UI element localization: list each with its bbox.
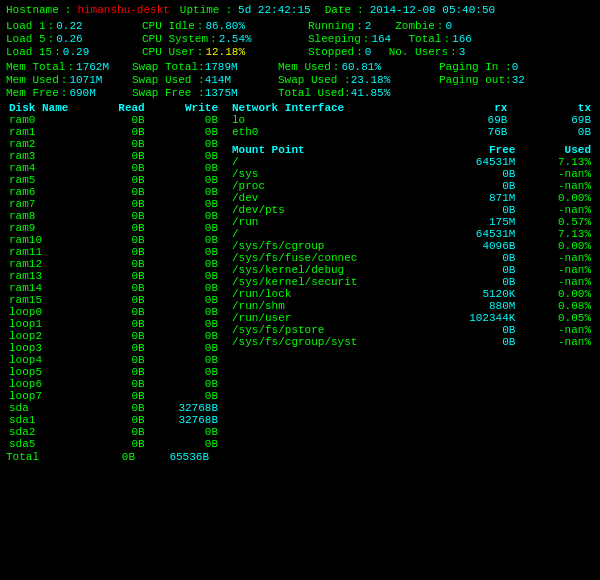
mount-point: /run/shm xyxy=(229,300,428,312)
swap-used-pct-val: 23.18% xyxy=(351,74,391,86)
disk-table-row: loop3 0B 0B xyxy=(6,342,221,354)
hostname-label: Hostname xyxy=(6,4,59,16)
disk-table-row: loop5 0B 0B xyxy=(6,366,221,378)
disk-table-row: ram2 0B 0B xyxy=(6,138,221,150)
disk-write-header: Write xyxy=(148,102,221,114)
disk-name: loop4 xyxy=(6,354,74,366)
hostname-value: himanshu-deskt xyxy=(77,4,169,16)
stopped-val: 0 xyxy=(365,46,372,58)
disk-table-row: ram12 0B 0B xyxy=(6,258,221,270)
swap-col: Swap Total: 1789M Swap Used : 414M Swap … xyxy=(132,61,272,100)
mount-used: 0.00% xyxy=(518,288,594,300)
mount-free: 5120K xyxy=(428,288,519,300)
disk-table-row: ram13 0B 0B xyxy=(6,270,221,282)
stopped-row: Stopped : 0 No. Users : 3 xyxy=(308,46,472,58)
disk-write: 0B xyxy=(148,138,221,150)
mount-free: 0B xyxy=(428,252,519,264)
load-col: Load 1 : 0.22 Load 5 : 0.26 Load 15 : 0.… xyxy=(6,20,136,59)
disk-name: sda5 xyxy=(6,438,74,450)
disk-table-row: loop7 0B 0B xyxy=(6,390,221,402)
mount-point-header: Mount Point xyxy=(229,144,428,156)
disk-table-row: ram9 0B 0B xyxy=(6,222,221,234)
disk-write: 0B xyxy=(148,438,221,450)
mem-left: Mem Total : 1762M Mem Used : 1071M Mem F… xyxy=(6,61,126,100)
sleeping-row: Sleeping : 164 Total : 166 xyxy=(308,33,472,45)
load-section: Load 1 : 0.22 Load 5 : 0.26 Load 15 : 0.… xyxy=(6,20,594,59)
cpu-system-val: 2.54% xyxy=(219,33,252,45)
cpu-user-row: CPU User : 12.18% xyxy=(142,46,302,58)
total-used-row: Total Used: 41.85% xyxy=(278,87,433,99)
disk-read: 0B xyxy=(74,114,147,126)
disk-read: 0B xyxy=(74,330,147,342)
load15-row: Load 15 : 0.29 xyxy=(6,46,136,58)
disk-read-header: Read xyxy=(74,102,147,114)
header-bar: Hostname : himanshu-deskt Uptime : 5d 22… xyxy=(6,4,594,16)
net-name: eth0 xyxy=(229,126,427,138)
mem-used-row: Mem Used : 1071M xyxy=(6,74,126,86)
disk-write: 0B xyxy=(148,114,221,126)
swap-used-pct-row: Swap Used : 23.18% xyxy=(278,74,433,86)
disk-write: 0B xyxy=(148,426,221,438)
right-section: Network Interface rx tx lo 69B 69B eth0 … xyxy=(229,102,594,463)
disk-table-row: loop0 0B 0B xyxy=(6,306,221,318)
mount-table-row: /sys/fs/cgroup/syst 0B -nan% xyxy=(229,336,594,348)
mount-table-row: /sys/kernel/debug 0B -nan% xyxy=(229,264,594,276)
total-val: 166 xyxy=(452,33,472,45)
disk-read: 0B xyxy=(74,354,147,366)
disk-write: 0B xyxy=(148,318,221,330)
disk-name-header: Disk Name xyxy=(6,102,74,114)
net-rx: 69B xyxy=(427,114,511,126)
no-users-val: 3 xyxy=(459,46,466,58)
paging-out-row: Paging out: 32 xyxy=(439,74,539,86)
disk-read: 0B xyxy=(74,270,147,282)
disk-name: ram13 xyxy=(6,270,74,282)
load5-val: 0.26 xyxy=(56,33,82,45)
mount-used-header: Used xyxy=(518,144,594,156)
mount-table-row: /run/user 102344K 0.05% xyxy=(229,312,594,324)
disk-name: loop7 xyxy=(6,390,74,402)
disk-read: 0B xyxy=(74,306,147,318)
disk-read: 0B xyxy=(74,162,147,174)
mount-point: /sys/fs/pstore xyxy=(229,324,428,336)
disk-read: 0B xyxy=(74,150,147,162)
paging-in-val: 0 xyxy=(512,61,519,73)
cpu-system-label: CPU System xyxy=(142,33,208,45)
mem-used-pct-label: Mem Used xyxy=(278,61,331,73)
mount-used: 0.00% xyxy=(518,240,594,252)
mount-table-row: /dev 871M 0.00% xyxy=(229,192,594,204)
disk-name: ram14 xyxy=(6,282,74,294)
disk-name: loop1 xyxy=(6,318,74,330)
mem-used-pct-row: Mem Used : 60.81% xyxy=(278,61,433,73)
disk-name: ram3 xyxy=(6,150,74,162)
disk-table-row: sda 0B 32768B xyxy=(6,402,221,414)
disk-table-row: ram4 0B 0B xyxy=(6,162,221,174)
disk-read: 0B xyxy=(74,246,147,258)
mount-used: 0.05% xyxy=(518,312,594,324)
cpu-col: CPU Idle : 86.80% CPU System : 2.54% CPU… xyxy=(142,20,302,59)
disk-table-row: ram14 0B 0B xyxy=(6,282,221,294)
paging-in-row: Paging In : 0 xyxy=(439,61,539,73)
disk-read: 0B xyxy=(74,414,147,426)
disk-read: 0B xyxy=(74,234,147,246)
mount-table-row: /run 175M 0.57% xyxy=(229,216,594,228)
net-name: lo xyxy=(229,114,427,126)
load1-val: 0.22 xyxy=(56,20,82,32)
mount-free: 880M xyxy=(428,300,519,312)
disk-write: 0B xyxy=(148,354,221,366)
disk-name: loop3 xyxy=(6,342,74,354)
uptime-label: Uptime xyxy=(180,4,220,16)
cpu-idle-label: CPU Idle xyxy=(142,20,195,32)
disk-write: 0B xyxy=(148,198,221,210)
disk-write: 0B xyxy=(148,234,221,246)
disk-read: 0B xyxy=(74,282,147,294)
mem-used-val: 1071M xyxy=(69,74,102,86)
total-label: Total xyxy=(408,33,441,45)
disk-write: 0B xyxy=(148,162,221,174)
total-used-val: 41.85% xyxy=(351,87,391,99)
disk-read: 0B xyxy=(74,378,147,390)
disk-name: loop0 xyxy=(6,306,74,318)
disk-read: 0B xyxy=(74,258,147,270)
disk-name: ram10 xyxy=(6,234,74,246)
mount-used: -nan% xyxy=(518,324,594,336)
disk-name: ram0 xyxy=(6,114,74,126)
